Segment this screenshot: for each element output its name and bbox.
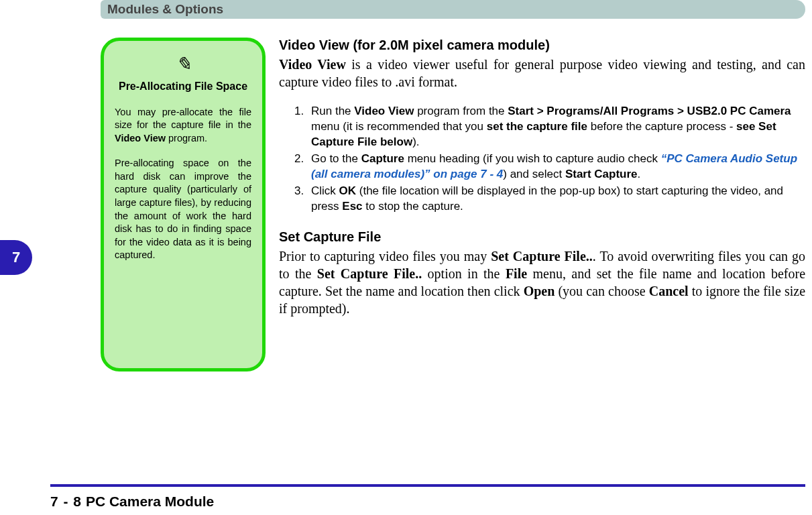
main-content: Video View (for 2.0M pixel camera module… <box>279 38 805 331</box>
heading-video-view: Video View (for 2.0M pixel camera module… <box>279 38 805 53</box>
heading-set-capture-file: Set Capture File <box>279 229 805 245</box>
sidebar-heading: Pre-Allocating File Space <box>115 79 251 94</box>
steps-list: Run the Video View program from the Star… <box>279 104 805 215</box>
page-number: 7 - 8 <box>50 494 82 509</box>
sidebar-note: ✎ Pre-Allocating File Space You may pre-… <box>101 38 266 371</box>
step-1: Run the Video View program from the Star… <box>307 104 805 150</box>
footer-title: PC Camera Module <box>86 494 214 509</box>
chapter-number: 7 <box>12 249 20 266</box>
intro-paragraph: Video View is a video viewer useful for … <box>279 56 805 91</box>
page-footer: 7 - 8 PC Camera Module <box>50 494 214 510</box>
set-capture-file-paragraph: Prior to capturing video files you may S… <box>279 247 805 317</box>
chapter-tab: 7 <box>0 240 32 275</box>
section-header-title: Modules & Options <box>107 2 223 17</box>
sidebar-para-2: Pre-allocating space on the hard disk ca… <box>115 157 251 262</box>
step-2: Go to the Capture menu heading (if you w… <box>307 152 805 182</box>
pencil-icon: ✎ <box>115 53 251 75</box>
sidebar-para-1: You may pre-allocate the file size for t… <box>115 106 251 146</box>
step-3: Click OK (the file location will be disp… <box>307 184 805 215</box>
footer-rule <box>50 484 805 487</box>
section-header: Modules & Options <box>101 0 805 19</box>
